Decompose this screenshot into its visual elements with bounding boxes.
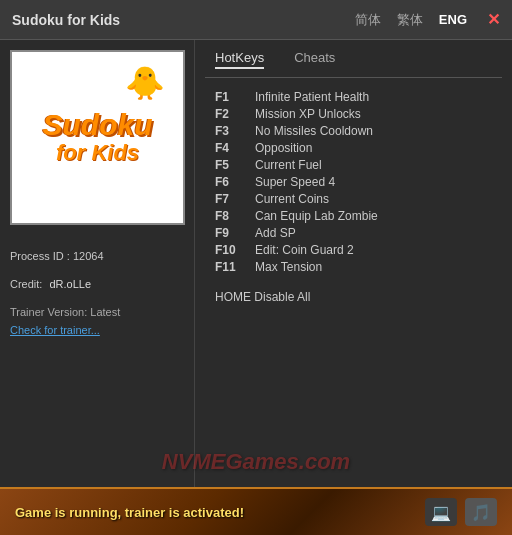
lang-simplified-chinese[interactable]: 简体 — [351, 9, 385, 31]
monitor-icon[interactable]: 💻 — [425, 498, 457, 526]
cheat-desc: Opposition — [255, 141, 312, 155]
cheat-desc: Max Tension — [255, 260, 322, 274]
status-message: Game is running, trainer is activated! — [15, 505, 244, 520]
cheat-row: F10 Edit: Coin Guard 2 — [215, 243, 502, 257]
cheat-desc: Current Coins — [255, 192, 329, 206]
language-selector: 简体 繁体 ENG ✕ — [351, 9, 500, 31]
cheat-row: F9 Add SP — [215, 226, 502, 240]
status-bar: Game is running, trainer is activated! 💻… — [0, 487, 512, 535]
cheat-desc: Current Fuel — [255, 158, 322, 172]
cheat-key: F3 — [215, 124, 247, 138]
credit-label: Credit: dR.oLLe — [10, 275, 184, 295]
cheat-key: F8 — [215, 209, 247, 223]
lang-english[interactable]: ENG — [435, 10, 471, 29]
cheat-row: F2 Mission XP Unlocks — [215, 107, 502, 121]
process-id: Process ID : 12064 — [10, 247, 184, 267]
cheat-key: F4 — [215, 141, 247, 155]
cheat-key: F7 — [215, 192, 247, 206]
app-title: Sudoku for Kids — [12, 12, 120, 28]
close-button[interactable]: ✕ — [487, 10, 500, 29]
cheat-row: F7 Current Coins — [215, 192, 502, 206]
cheat-desc: No Missiles Cooldown — [255, 124, 373, 138]
cheat-row: F6 Super Speed 4 — [215, 175, 502, 189]
check-trainer-link[interactable]: Check for trainer... — [10, 324, 184, 336]
status-icons: 💻 🎵 — [425, 498, 497, 526]
cheat-key: F2 — [215, 107, 247, 121]
cheat-row: F4 Opposition — [215, 141, 502, 155]
cheat-row: F3 No Missiles Cooldown — [215, 124, 502, 138]
logo-sudoku-text: Sudoku — [43, 110, 153, 140]
left-panel: Sudoku for Kids 🐥 Process ID : 12064 Cre… — [0, 40, 195, 487]
right-panel: HotKeys Cheats F1 Infinite Patient Healt… — [195, 40, 512, 487]
main-area: Sudoku for Kids 🐥 Process ID : 12064 Cre… — [0, 40, 512, 487]
cheat-row: F5 Current Fuel — [215, 158, 502, 172]
cheat-key: F6 — [215, 175, 247, 189]
trainer-version: Trainer Version: Latest — [10, 303, 184, 323]
cheat-key: F10 — [215, 243, 247, 257]
cheat-key: F1 — [215, 90, 247, 104]
cheat-row: F8 Can Equip Lab Zombie — [215, 209, 502, 223]
cheat-key: F5 — [215, 158, 247, 172]
title-bar: Sudoku for Kids 简体 繁体 ENG ✕ — [0, 0, 512, 40]
cheat-row: F11 Max Tension — [215, 260, 502, 274]
credit-value: dR.oLLe — [49, 278, 91, 290]
cheat-row: F1 Infinite Patient Health — [215, 90, 502, 104]
cheat-desc: Add SP — [255, 226, 296, 240]
tab-cheats[interactable]: Cheats — [294, 50, 335, 69]
cheat-desc: Infinite Patient Health — [255, 90, 369, 104]
cheat-desc: Edit: Coin Guard 2 — [255, 243, 354, 257]
chick-icon: 🐥 — [125, 64, 165, 102]
process-info: Process ID : 12064 Credit: dR.oLLe Train… — [10, 243, 184, 336]
tabs: HotKeys Cheats — [205, 40, 502, 78]
disable-all-label: HOME Disable All — [205, 290, 502, 304]
music-icon[interactable]: 🎵 — [465, 498, 497, 526]
game-image: Sudoku for Kids 🐥 — [10, 50, 185, 225]
tab-hotkeys[interactable]: HotKeys — [215, 50, 264, 69]
cheat-desc: Can Equip Lab Zombie — [255, 209, 378, 223]
cheat-key: F11 — [215, 260, 247, 274]
cheat-desc: Mission XP Unlocks — [255, 107, 361, 121]
credit-title: Credit: — [10, 278, 42, 290]
cheat-key: F9 — [215, 226, 247, 240]
cheats-list: F1 Infinite Patient Health F2 Mission XP… — [205, 88, 502, 274]
cheat-desc: Super Speed 4 — [255, 175, 335, 189]
logo-forkids-text: for Kids — [56, 140, 139, 166]
lang-traditional-chinese[interactable]: 繁体 — [393, 9, 427, 31]
